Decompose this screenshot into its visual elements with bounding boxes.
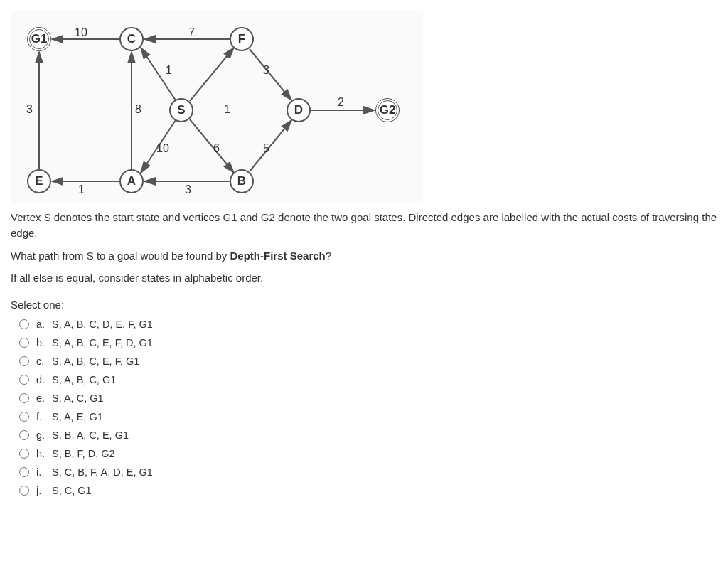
radio-c[interactable] — [19, 356, 29, 366]
radio-e[interactable] — [19, 393, 29, 403]
option-letter: d. — [36, 374, 52, 385]
answer-option[interactable]: g.S, B, A, C, E, G1 — [11, 426, 717, 444]
radio-a[interactable] — [19, 319, 29, 329]
option-text: S, C, B, F, A, D, E, G1 — [52, 466, 153, 478]
radio-f[interactable] — [19, 412, 29, 422]
svg-line-8 — [190, 48, 234, 101]
answer-option[interactable]: h.S, B, F, D, G2 — [11, 444, 717, 463]
edge-label: 3 — [26, 103, 33, 116]
svg-line-11 — [250, 120, 291, 171]
node-c: C — [119, 27, 144, 51]
node-s: S — [169, 98, 193, 122]
answer-option[interactable]: j.S, C, G1 — [11, 481, 717, 500]
radio-i[interactable] — [19, 467, 29, 477]
question-p2-bold: Depth-First Search — [230, 250, 326, 262]
node-e: E — [27, 169, 51, 193]
option-letter: c. — [36, 356, 52, 367]
option-text: S, A, E, G1 — [52, 411, 103, 422]
graph-diagram: G1 C F S D G2 E A B 10 7 3 8 1 10 1 3 1 … — [11, 11, 423, 203]
select-one-prompt: Select one: — [11, 299, 717, 311]
answer-option[interactable]: i.S, C, B, F, A, D, E, G1 — [11, 463, 717, 481]
answer-list: a.S, A, B, C, D, E, F, G1 b.S, A, B, C, … — [11, 315, 717, 500]
option-text: S, B, F, D, G2 — [52, 448, 115, 459]
graph-edges — [11, 11, 423, 203]
option-text: S, B, A, C, E, G1 — [52, 429, 129, 441]
svg-line-10 — [250, 49, 291, 100]
option-letter: a. — [36, 319, 52, 330]
edge-label: 1 — [78, 183, 85, 196]
question-p3: If all else is equal, consider states in… — [11, 270, 717, 286]
answer-option[interactable]: f.S, A, E, G1 — [11, 407, 717, 426]
option-letter: e. — [36, 393, 52, 404]
edge-label: 7 — [188, 26, 195, 39]
radio-b[interactable] — [19, 338, 29, 348]
node-b: B — [230, 169, 254, 193]
option-letter: g. — [36, 429, 52, 441]
option-text: S, A, B, C, E, F, D, G1 — [52, 337, 153, 348]
option-letter: b. — [36, 337, 52, 348]
node-g1: G1 — [27, 27, 51, 51]
option-text: S, A, B, C, D, E, F, G1 — [52, 319, 153, 330]
option-text: S, A, B, C, E, F, G1 — [52, 356, 139, 367]
option-text: S, A, C, G1 — [52, 393, 104, 404]
edge-label: 2 — [338, 96, 344, 109]
edge-label: 6 — [213, 142, 220, 155]
edge-label: 3 — [185, 183, 191, 196]
question-text: Vertex S denotes the start state and ver… — [11, 210, 717, 286]
edge-label: 5 — [263, 142, 269, 155]
question-p2-c: ? — [326, 250, 331, 262]
edge-label: 10 — [156, 142, 169, 155]
option-text: S, C, G1 — [52, 485, 92, 496]
option-text: S, A, B, C, G1 — [52, 374, 116, 385]
question-p1: Vertex S denotes the start state and ver… — [11, 210, 717, 241]
node-d: D — [287, 98, 311, 122]
answer-option[interactable]: d.S, A, B, C, G1 — [11, 370, 717, 389]
answer-option[interactable]: a.S, A, B, C, D, E, F, G1 — [11, 315, 717, 333]
option-letter: i. — [36, 466, 52, 478]
node-f: F — [230, 27, 254, 51]
answer-option[interactable]: b.S, A, B, C, E, F, D, G1 — [11, 333, 717, 352]
radio-h[interactable] — [19, 449, 29, 459]
edge-label: 8 — [135, 103, 141, 116]
option-letter: j. — [36, 485, 52, 496]
question-p2: What path from S to a goal would be foun… — [11, 248, 717, 264]
answer-option[interactable]: c.S, A, B, C, E, F, G1 — [11, 352, 717, 370]
edge-label: 10 — [75, 26, 87, 39]
radio-d[interactable] — [19, 375, 29, 385]
option-letter: f. — [36, 411, 52, 422]
option-letter: h. — [36, 448, 52, 459]
edge-label: 1 — [224, 103, 230, 116]
edge-label: 3 — [263, 64, 269, 77]
node-a: A — [119, 169, 144, 193]
svg-line-9 — [190, 119, 234, 173]
radio-g[interactable] — [19, 430, 29, 440]
radio-j[interactable] — [19, 486, 29, 496]
answer-option[interactable]: e.S, A, C, G1 — [11, 389, 717, 407]
node-g2: G2 — [375, 98, 400, 122]
edge-label: 1 — [166, 64, 172, 77]
question-p2-a: What path from S to a goal would be foun… — [11, 250, 230, 262]
